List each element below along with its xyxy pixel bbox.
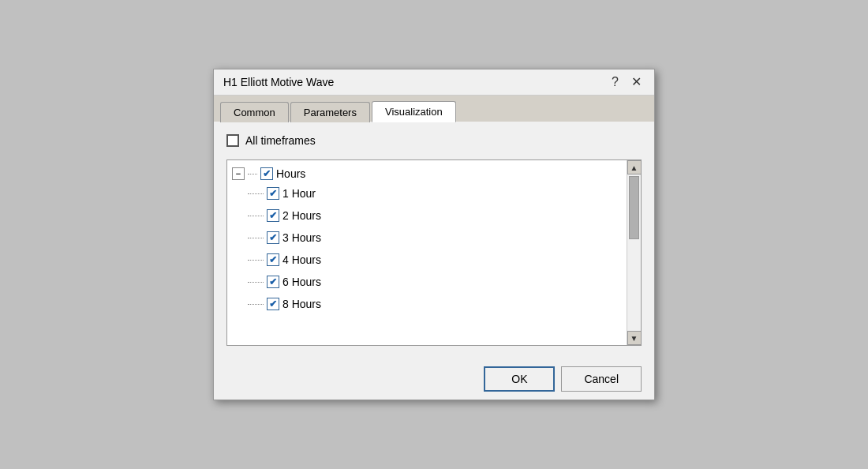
2hours-label: 2 Hours [282, 209, 321, 222]
tab-visualization[interactable]: Visualization [372, 101, 456, 122]
2hours-checkbox[interactable]: ✔ [267, 209, 279, 222]
cancel-button[interactable]: Cancel [561, 366, 642, 392]
title-bar: H1 Elliott Motive Wave ? ✕ [214, 69, 654, 96]
title-bar-controls: ? ✕ [608, 76, 645, 88]
4hours-checkmark: ✔ [269, 255, 277, 265]
dialog-title: H1 Elliott Motive Wave [223, 76, 334, 88]
tree-child-row: ✔ 1 Hour [246, 182, 623, 204]
scrollbar-thumb-area [627, 174, 641, 331]
tree-children: ✔ 1 Hour ✔ 2 Hours ✔ [246, 182, 623, 315]
tree-child-row: ✔ 4 Hours [246, 249, 623, 271]
scroll-up-button[interactable]: ▲ [627, 160, 642, 174]
indent [248, 185, 264, 202]
3hours-checkbox[interactable]: ✔ [267, 231, 279, 244]
tree-parent-row: − ✔ Hours [230, 165, 623, 182]
all-timeframes-row: All timeframes [226, 134, 642, 147]
8hours-checkmark: ✔ [269, 299, 277, 309]
indent [248, 229, 264, 246]
tree-scroll-area: − ✔ Hours ✔ 1 Hour [227, 160, 627, 345]
tab-common[interactable]: Common [220, 102, 289, 122]
2hours-checkmark: ✔ [269, 211, 277, 220]
indent [248, 207, 264, 224]
help-button[interactable]: ? [608, 76, 622, 88]
tree-line-h [248, 174, 257, 174]
6hours-label: 6 Hours [282, 276, 321, 288]
indent [248, 251, 264, 268]
tree-child-row: ✔ 8 Hours [246, 293, 623, 315]
tree-child-row: ✔ 2 Hours [246, 204, 623, 227]
tree-child-row: ✔ 3 Hours [246, 227, 623, 249]
scrollbar-track: ▲ ▼ [627, 160, 641, 345]
scroll-down-button[interactable]: ▼ [627, 331, 642, 345]
8hours-label: 8 Hours [282, 298, 321, 310]
indent [248, 295, 264, 313]
tab-bar: Common Parameters Visualization [214, 96, 654, 122]
ok-button[interactable]: OK [484, 366, 555, 392]
tab-parameters[interactable]: Parameters [290, 102, 370, 122]
1hour-checkmark: ✔ [269, 189, 277, 198]
hours-label: Hours [276, 167, 305, 180]
1hour-checkbox[interactable]: ✔ [267, 187, 279, 200]
4hours-label: 4 Hours [282, 253, 321, 266]
tree-container: − ✔ Hours ✔ 1 Hour [226, 159, 642, 346]
close-button[interactable]: ✕ [628, 76, 645, 88]
8hours-checkbox[interactable]: ✔ [267, 298, 279, 310]
content-area: All timeframes − ✔ Hours [214, 122, 654, 358]
dialog: H1 Elliott Motive Wave ? ✕ Common Parame… [213, 69, 655, 400]
button-row: OK Cancel [214, 358, 654, 400]
6hours-checkmark: ✔ [269, 277, 277, 287]
collapse-button[interactable]: − [232, 167, 245, 180]
4hours-checkbox[interactable]: ✔ [267, 253, 279, 266]
6hours-checkbox[interactable]: ✔ [267, 276, 279, 288]
3hours-label: 3 Hours [282, 231, 321, 244]
hours-checkbox[interactable]: ✔ [260, 167, 273, 180]
all-timeframes-checkbox[interactable] [226, 134, 239, 147]
hours-checkmark: ✔ [263, 169, 271, 178]
all-timeframes-label: All timeframes [245, 134, 316, 147]
scrollbar-thumb[interactable] [629, 176, 639, 239]
tree-child-row: ✔ 6 Hours [246, 271, 623, 293]
3hours-checkmark: ✔ [269, 233, 277, 242]
1hour-label: 1 Hour [282, 187, 316, 200]
indent [248, 273, 264, 291]
